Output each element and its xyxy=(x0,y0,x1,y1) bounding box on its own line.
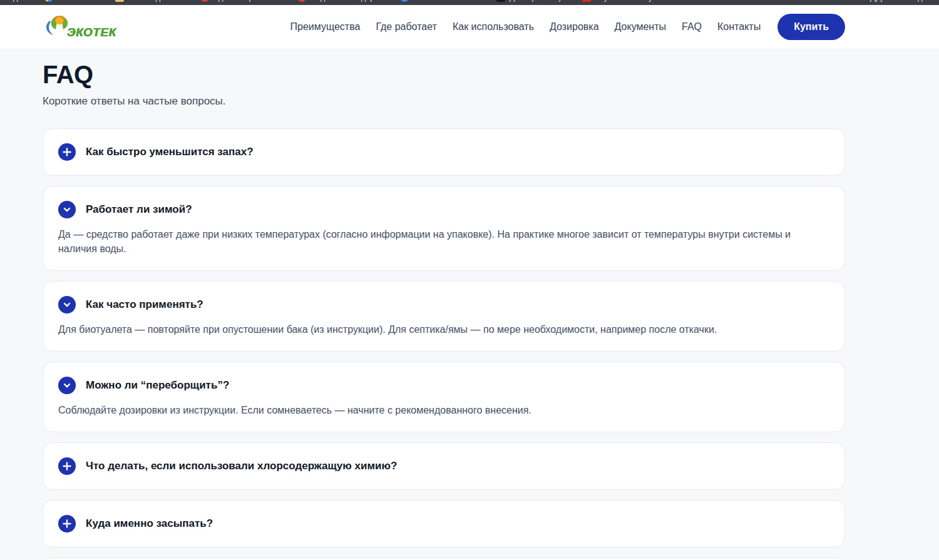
faq-card: Совместим ли с другой бытовой химией? xyxy=(43,557,845,560)
bookmark-favicon-icon xyxy=(496,0,505,2)
chevron-down-icon xyxy=(63,300,71,309)
bookmark-label: нды xyxy=(9,0,23,2)
faq-question: Что делать, если использовали хлорсодерж… xyxy=(86,460,397,472)
bookmark-favicon-icon xyxy=(44,0,53,2)
bookmark-favicon-icon xyxy=(400,0,409,2)
faq-question: Работает ли зимой? xyxy=(86,203,192,216)
bookmark-favicon-icon xyxy=(200,0,209,2)
other-bookmarks-button[interactable]: Другие закладки xyxy=(870,0,930,2)
bookmark-label: ДВГТ (Ростех) xyxy=(510,0,562,2)
page-title: FAQ xyxy=(43,61,845,89)
faq-question: Можно ли “переборщить”? xyxy=(86,379,229,392)
faq-question-row[interactable]: Как часто применять? xyxy=(58,296,829,313)
plus-icon xyxy=(63,148,71,156)
bookmark-label: Кампании xyxy=(58,0,93,2)
faq-question-row[interactable]: Что делать, если использовали хлорсодерж… xyxy=(58,457,829,475)
main-navigation: Преимущества Где работает Как использова… xyxy=(290,21,761,33)
faq-question: Как быстро уменьшится запах? xyxy=(86,146,254,158)
bookmark-item[interactable]: ДВГТ (Ростех) xyxy=(496,0,562,2)
bookmark-label: Toyota RAV4 Hyb... xyxy=(595,0,663,2)
bookmark-item[interactable]: Toyota RAV4 Hyb... xyxy=(582,0,663,2)
bookmark-item[interactable]: нды xyxy=(9,0,23,2)
buy-button[interactable]: Купить xyxy=(777,14,845,40)
bookmarks-row: нды Кампании РК - Бюджеты Административ.… xyxy=(0,0,939,5)
nav-item-4[interactable]: Дозировка xyxy=(550,21,599,33)
bookmark-favicon-icon xyxy=(582,0,591,2)
bookmark-item[interactable]: Хостинг Timeweb xyxy=(400,0,475,2)
faq-toggle-button[interactable] xyxy=(58,457,76,475)
faq-answer: Да — средство работает даже при низких т… xyxy=(58,227,829,256)
bookmark-favicon-icon xyxy=(297,0,306,2)
bookmark-label: РК - Бюджеты xyxy=(128,0,179,2)
nav-item-5[interactable]: Документы xyxy=(615,21,666,33)
chevron-down-icon xyxy=(63,205,71,214)
nav-item-3[interactable]: Как использовать xyxy=(453,21,534,33)
page-subtitle: Короткие ответы на частые вопросы. xyxy=(43,95,845,108)
bookmark-label: Административ... xyxy=(213,0,276,2)
bookmarks-list: нды Кампании РК - Бюджеты Административ.… xyxy=(9,0,664,2)
other-bookmarks-label: Другие закладки xyxy=(870,0,930,2)
faq-question-row[interactable]: Как быстро уменьшится запах? xyxy=(58,143,829,161)
bookmark-label: Яндекс Календарь xyxy=(310,0,379,2)
faq-card: Как часто применять? Для биотуалета — по… xyxy=(43,281,845,352)
faq-toggle-button[interactable] xyxy=(58,201,76,218)
browser-bookmarks-bar: нды Кампании РК - Бюджеты Административ.… xyxy=(0,0,939,5)
faq-toggle-button[interactable] xyxy=(58,296,76,313)
plus-icon xyxy=(63,462,71,471)
chevron-down-icon xyxy=(63,381,71,390)
faq-question-row[interactable]: Куда именно засыпать? xyxy=(58,515,829,532)
bookmark-item[interactable]: Яндекс Календарь xyxy=(297,0,379,2)
nav-item-1[interactable]: Преимущества xyxy=(290,21,361,33)
logo-text: ЭКОТЕК xyxy=(67,26,116,41)
faq-card: Можно ли “переборщить”? Соблюдайте дозир… xyxy=(43,362,845,432)
faq-card: Работает ли зимой? Да — средство работае… xyxy=(43,186,845,271)
bookmark-item[interactable]: РК - Бюджеты xyxy=(115,0,179,2)
faq-toggle-button[interactable] xyxy=(58,143,76,161)
faq-answer: Соблюдайте дозировки из инструкции. Если… xyxy=(58,403,829,417)
bookmark-item[interactable]: Кампании xyxy=(44,0,93,2)
bookmark-favicon-icon xyxy=(115,0,124,2)
main-content: FAQ Короткие ответы на частые вопросы. К… xyxy=(0,49,939,560)
nav-item-2[interactable]: Где работает xyxy=(376,21,437,33)
faq-answer: Для биотуалета — повторяйте при опустоше… xyxy=(58,322,829,337)
faq-question-row[interactable]: Работает ли зимой? xyxy=(58,201,829,218)
faq-toggle-button[interactable] xyxy=(58,515,76,532)
site-header: ЭКОТЕК Преимущества Где работает Как исп… xyxy=(0,5,939,49)
faq-card: Как быстро уменьшится запах? xyxy=(43,128,845,176)
plus-icon xyxy=(63,519,71,528)
faq-question: Как часто применять? xyxy=(86,298,203,311)
faq-card: Куда именно засыпать? xyxy=(43,500,845,547)
faq-toggle-button[interactable] xyxy=(58,377,76,394)
logo[interactable]: ЭКОТЕК xyxy=(43,13,116,41)
faq-card: Что делать, если использовали хлорсодерж… xyxy=(43,442,845,490)
faq-question-row[interactable]: Можно ли “переборщить”? xyxy=(58,377,829,394)
faq-question: Куда именно засыпать? xyxy=(86,517,213,530)
bookmark-item[interactable]: Административ... xyxy=(200,0,276,2)
bookmark-label: Хостинг Timeweb xyxy=(413,0,475,2)
nav-item-6[interactable]: FAQ xyxy=(682,21,702,33)
faq-list: Как быстро уменьшится запах? Работает ли… xyxy=(43,128,845,560)
nav-item-7[interactable]: Контакты xyxy=(717,21,761,33)
